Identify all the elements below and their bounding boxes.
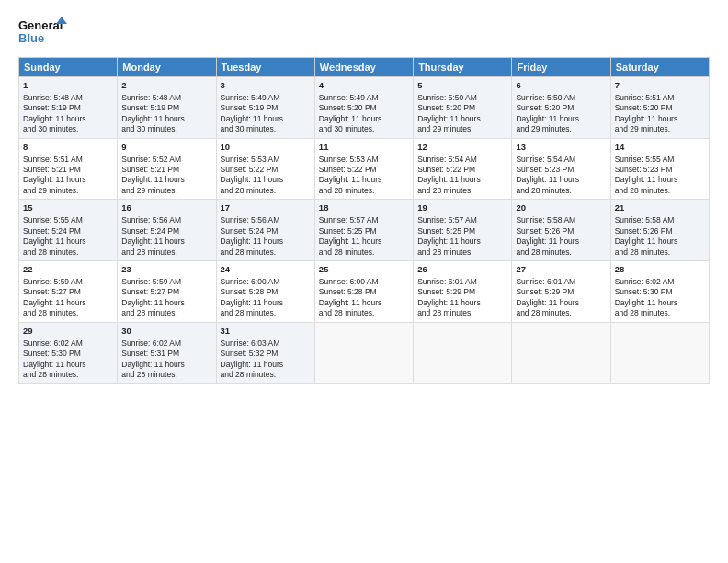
day-info: Sunset: 5:32 PM	[221, 349, 279, 358]
day-info: Sunrise: 5:59 AM	[121, 277, 181, 286]
day-number: 25	[319, 264, 409, 276]
day-info: Sunset: 5:20 PM	[417, 103, 475, 112]
day-info: Daylight: 11 hours	[417, 175, 481, 184]
calendar-cell: 20Sunrise: 5:58 AMSunset: 5:26 PMDayligh…	[512, 200, 610, 261]
day-info: and 29 minutes.	[121, 186, 176, 195]
calendar-cell: 29Sunrise: 6:02 AMSunset: 5:30 PMDayligh…	[19, 322, 118, 384]
day-info: Sunset: 5:21 PM	[121, 165, 179, 174]
day-info: Sunrise: 6:03 AM	[221, 339, 280, 348]
day-number: 23	[121, 264, 211, 276]
day-info: Sunrise: 6:01 AM	[516, 277, 575, 286]
day-info: Sunrise: 6:00 AM	[221, 277, 280, 286]
day-info: Daylight: 11 hours	[221, 360, 284, 369]
day-info: Sunrise: 5:48 AM	[23, 93, 83, 102]
day-info: and 28 minutes.	[615, 247, 670, 257]
week-row-4: 29Sunrise: 6:02 AMSunset: 5:30 PMDayligh…	[19, 322, 710, 384]
day-info: Daylight: 11 hours	[221, 298, 284, 307]
calendar-cell: 17Sunrise: 5:56 AMSunset: 5:24 PMDayligh…	[216, 200, 314, 261]
day-number: 26	[417, 264, 507, 276]
day-info: Sunset: 5:24 PM	[121, 226, 179, 236]
calendar-cell: 15Sunrise: 5:55 AMSunset: 5:24 PMDayligh…	[19, 200, 118, 261]
day-info: Daylight: 11 hours	[516, 236, 579, 246]
day-info: and 29 minutes.	[615, 124, 670, 133]
day-info: and 28 minutes.	[615, 308, 670, 317]
calendar-cell: 28Sunrise: 6:02 AMSunset: 5:30 PMDayligh…	[610, 261, 709, 323]
calendar-cell: 31Sunrise: 6:03 AMSunset: 5:32 PMDayligh…	[216, 322, 314, 384]
day-info: and 28 minutes.	[319, 247, 374, 257]
day-info: and 29 minutes.	[23, 186, 78, 195]
day-number: 17	[221, 202, 311, 214]
day-number: 30	[121, 326, 211, 338]
day-info: Sunrise: 5:57 AM	[319, 215, 379, 224]
day-info: Sunrise: 5:50 AM	[417, 93, 477, 102]
day-number: 16	[121, 202, 211, 214]
day-info: and 28 minutes.	[516, 186, 571, 195]
day-info: Sunrise: 5:53 AM	[319, 155, 379, 164]
day-info: and 29 minutes.	[516, 124, 571, 133]
calendar-cell: 1Sunrise: 5:48 AMSunset: 5:19 PMDaylight…	[19, 77, 118, 139]
day-info: and 28 minutes.	[221, 370, 276, 379]
day-info: and 28 minutes.	[221, 186, 276, 195]
day-info: Sunset: 5:22 PM	[417, 165, 475, 174]
calendar-cell: 9Sunrise: 5:52 AMSunset: 5:21 PMDaylight…	[118, 138, 216, 200]
day-info: and 28 minutes.	[417, 308, 472, 317]
day-number: 4	[319, 80, 409, 92]
day-info: and 30 minutes.	[221, 124, 276, 133]
day-info: Sunrise: 5:48 AM	[121, 93, 181, 102]
day-info: Sunset: 5:21 PM	[23, 165, 81, 174]
calendar-cell: 3Sunrise: 5:49 AMSunset: 5:19 PMDaylight…	[216, 77, 314, 139]
day-info: and 28 minutes.	[121, 247, 176, 257]
day-info: Daylight: 11 hours	[319, 114, 382, 123]
day-info: Sunrise: 6:02 AM	[121, 339, 181, 348]
day-number: 11	[319, 142, 409, 154]
day-info: Sunrise: 5:56 AM	[121, 215, 181, 224]
day-number: 19	[417, 202, 507, 214]
calendar-cell	[314, 322, 413, 384]
day-number: 5	[417, 80, 507, 92]
day-info: Sunset: 5:28 PM	[221, 287, 279, 296]
day-number: 13	[516, 142, 606, 154]
day-info: Daylight: 11 hours	[121, 175, 185, 184]
calendar-cell: 30Sunrise: 6:02 AMSunset: 5:31 PMDayligh…	[118, 322, 216, 384]
day-info: and 30 minutes.	[319, 124, 374, 133]
day-info: Sunset: 5:25 PM	[319, 226, 377, 236]
day-info: and 28 minutes.	[23, 370, 78, 379]
header: General Blue	[18, 15, 710, 50]
week-row-2: 15Sunrise: 5:55 AMSunset: 5:24 PMDayligh…	[19, 200, 710, 261]
day-number: 24	[221, 264, 311, 276]
day-info: and 28 minutes.	[121, 308, 176, 317]
calendar-cell: 13Sunrise: 5:54 AMSunset: 5:23 PMDayligh…	[512, 138, 610, 200]
day-info: Sunset: 5:19 PM	[121, 103, 179, 112]
day-number: 3	[221, 80, 311, 92]
col-thursday: Thursday	[414, 58, 512, 77]
col-wednesday: Wednesday	[314, 58, 413, 77]
calendar-cell: 10Sunrise: 5:53 AMSunset: 5:22 PMDayligh…	[216, 138, 314, 200]
day-info: Sunrise: 5:54 AM	[516, 155, 575, 164]
calendar-cell: 25Sunrise: 6:00 AMSunset: 5:28 PMDayligh…	[314, 261, 413, 323]
calendar-body: 1Sunrise: 5:48 AMSunset: 5:19 PMDaylight…	[19, 77, 710, 384]
day-info: Sunrise: 5:50 AM	[516, 93, 575, 102]
day-info: Sunrise: 5:58 AM	[615, 215, 675, 224]
day-info: Daylight: 11 hours	[23, 360, 86, 369]
day-info: Sunset: 5:20 PM	[319, 103, 377, 112]
day-info: Sunrise: 5:56 AM	[221, 215, 280, 224]
day-info: Sunset: 5:25 PM	[417, 226, 475, 236]
day-info: Sunset: 5:22 PM	[319, 165, 377, 174]
calendar-cell: 27Sunrise: 6:01 AMSunset: 5:29 PMDayligh…	[512, 261, 610, 323]
calendar-cell: 16Sunrise: 5:56 AMSunset: 5:24 PMDayligh…	[118, 200, 216, 261]
day-info: Sunset: 5:28 PM	[319, 287, 377, 296]
calendar-cell	[414, 322, 512, 384]
day-info: Sunset: 5:24 PM	[23, 226, 81, 236]
day-info: Sunset: 5:30 PM	[23, 349, 81, 358]
day-info: Sunset: 5:27 PM	[23, 287, 81, 296]
week-row-1: 8Sunrise: 5:51 AMSunset: 5:21 PMDaylight…	[19, 138, 710, 200]
day-number: 6	[516, 80, 606, 92]
day-info: Sunrise: 5:59 AM	[23, 277, 83, 286]
col-sunday: Sunday	[19, 58, 118, 77]
day-info: Sunrise: 5:52 AM	[121, 155, 181, 164]
day-number: 12	[417, 142, 507, 154]
day-info: Sunset: 5:22 PM	[221, 165, 279, 174]
day-number: 9	[121, 142, 211, 154]
calendar-cell: 5Sunrise: 5:50 AMSunset: 5:20 PMDaylight…	[414, 77, 512, 139]
day-info: Daylight: 11 hours	[23, 114, 86, 123]
